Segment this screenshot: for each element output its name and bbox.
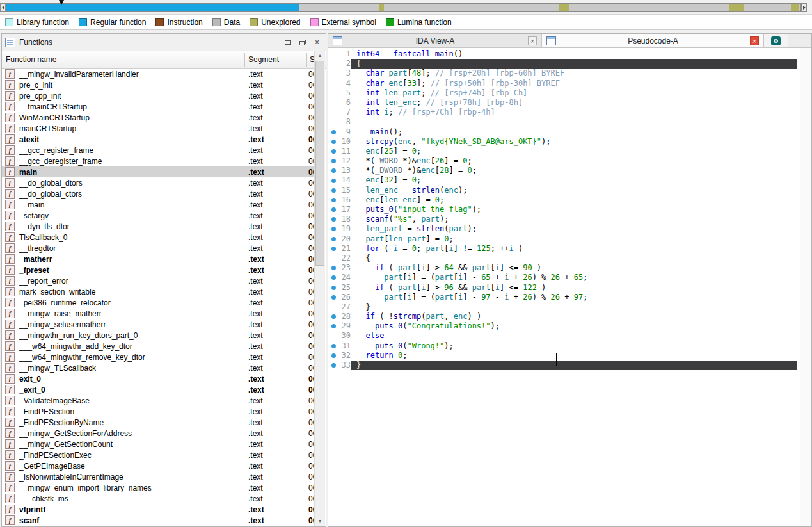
breakpoint-dot-icon[interactable] (331, 140, 336, 144)
function-name[interactable]: mark_section_writable (19, 288, 248, 296)
scroll-down-icon[interactable]: ▼ (315, 516, 325, 526)
code-text[interactable]: strcpy(enc, "fkyd{YNek_SD_AB@ars_OKT}"); (351, 137, 797, 147)
breakpoint-dot-icon[interactable] (331, 130, 336, 134)
breakpoint-gutter-cell[interactable] (328, 98, 338, 108)
navband-segment-unexplored-4[interactable] (791, 4, 799, 12)
function-name[interactable]: __gcc_deregister_frame (19, 157, 248, 166)
function-row[interactable]: fpre_c_init.text00 (2, 79, 315, 90)
function-name[interactable]: __do_global_dtors (19, 179, 248, 188)
navband-scroll-right-button[interactable] (801, 3, 807, 12)
function-name[interactable]: WinMainCRTStartup (19, 113, 248, 122)
function-name[interactable]: __do_global_ctors (19, 190, 248, 199)
code-line[interactable]: 22 { (328, 254, 800, 263)
code-line[interactable]: 17 puts_0("input the flag"); (328, 205, 800, 215)
function-row[interactable]: f_fpreset.text00 (2, 264, 315, 275)
breakpoint-dot-icon[interactable] (331, 353, 336, 358)
code-text[interactable]: int i; // [rsp+7Ch] [rbp-4h] (351, 108, 797, 117)
code-line[interactable]: 24 part[i] = (part[i] - 65 + i + 26) % 2… (328, 273, 800, 282)
function-row[interactable]: fpre_cpp_init.text00 (2, 90, 315, 101)
function-name[interactable]: __mingw_setusermatherr (19, 320, 248, 329)
function-name[interactable]: __mingw_enum_import_library_names (19, 483, 248, 492)
breakpoint-dot-icon[interactable] (331, 314, 336, 319)
navband-segment-unexplored-2[interactable] (559, 4, 569, 12)
code-line[interactable]: 19 len_part = strlen(part); (328, 224, 800, 234)
code-line[interactable]: 10 strcpy(enc, "fkyd{YNek_SD_AB@ars_OKT}… (328, 137, 800, 147)
navband-segment-unexplored-3[interactable] (729, 4, 744, 12)
function-name[interactable]: _exit_0 (19, 385, 248, 394)
function-row[interactable]: fWinMainCRTStartup.text00 (2, 112, 315, 123)
breakpoint-gutter-cell[interactable] (328, 49, 338, 59)
code-line[interactable]: 26 part[i] = (part[i] - 97 - i + 26) % 2… (328, 293, 800, 302)
code-text[interactable]: puts_0("Wrong!"); (351, 341, 797, 351)
function-row[interactable]: f__mingwthr_run_key_dtors_part_0.text00 (2, 330, 315, 341)
function-row[interactable]: f_setargv.text00 (2, 210, 315, 221)
code-text[interactable]: for ( i = 0; part[i] != 125; ++i ) (351, 244, 797, 254)
function-name[interactable]: _fpreset (19, 266, 248, 275)
function-row[interactable]: f__gcc_register_frame.text00 (2, 145, 315, 156)
function-row[interactable]: fexit_0.text00 (2, 373, 315, 384)
function-row[interactable]: f__do_global_ctors.text00 (2, 188, 315, 199)
function-name[interactable]: __mingw_raise_matherr (19, 309, 248, 318)
code-line[interactable]: 1int64 __fastcall main() (328, 49, 800, 59)
function-row[interactable]: fmainCRTStartup.text00 (2, 123, 315, 134)
code-text[interactable]: int len_part; // [rsp+74h] [rbp-Ch] (351, 88, 797, 98)
breakpoint-dot-icon[interactable] (331, 188, 336, 193)
function-row[interactable]: fscanf.text00 (2, 515, 315, 526)
code-text[interactable]: if ( !strcmp(part, enc) ) (351, 312, 797, 321)
breakpoint-dot-icon[interactable] (331, 149, 336, 154)
function-row[interactable]: fmark_section_writable.text00 (2, 286, 315, 297)
code-text[interactable]: } (351, 361, 797, 370)
breakpoint-dot-icon[interactable] (331, 168, 336, 173)
breakpoint-gutter-cell[interactable] (328, 293, 338, 302)
function-row[interactable]: f__mingw_TLScallback.text00 (2, 362, 315, 373)
navband-position-marker[interactable] (59, 0, 64, 5)
code-line[interactable]: 12 *(_WORD *)&enc[26] = 0; (328, 156, 800, 166)
function-name[interactable]: __mingw_invalidParameterHandler (19, 70, 248, 79)
breakpoint-gutter-cell[interactable] (328, 108, 338, 117)
breakpoint-dot-icon[interactable] (331, 198, 336, 202)
breakpoint-dot-icon[interactable] (331, 217, 336, 222)
breakpoint-gutter-cell[interactable] (328, 234, 338, 244)
code-line[interactable]: 8 (328, 117, 800, 127)
breakpoint-dot-icon[interactable] (331, 227, 336, 231)
code-line[interactable]: 18 scanf("%s", part); (328, 215, 800, 224)
column-separator[interactable] (306, 53, 307, 67)
code-text[interactable]: puts_0("Congratulations!"); (351, 321, 797, 331)
function-row[interactable]: f__dyn_tls_dtor.text00 (2, 221, 315, 232)
code-line[interactable]: 6 int len_enc; // [rsp+78h] [rbp-8h] (328, 98, 800, 108)
function-row[interactable]: fvfprintf.text00 (2, 504, 315, 515)
function-row[interactable]: f__tlregdtor.text00 (2, 243, 315, 254)
function-row[interactable]: f__do_global_dtors.text00 (2, 177, 315, 188)
breakpoint-gutter-cell[interactable] (328, 79, 338, 88)
breakpoint-dot-icon[interactable] (331, 295, 336, 300)
code-text[interactable]: part[i] = (part[i] - 97 - i + 26) % 26 +… (351, 293, 797, 302)
functions-column-header[interactable]: Function name Segment S (2, 51, 326, 69)
code-line[interactable]: 7 int i; // [rsp+7Ch] [rbp-4h] (328, 108, 800, 117)
function-row[interactable]: f___chkstk_ms.text00 (2, 493, 315, 504)
navband-segment-unexplored-1[interactable] (379, 4, 384, 12)
function-row[interactable]: f_GetPEImageBase.text00 (2, 460, 315, 471)
function-name[interactable]: _setargv (19, 211, 248, 220)
code-line[interactable]: 13 *(_DWORD *)&enc[28] = 0; (328, 166, 800, 175)
breakpoint-gutter-cell[interactable] (328, 321, 338, 331)
breakpoint-gutter-cell[interactable] (328, 166, 338, 175)
function-name[interactable]: _IsNonwritableInCurrentImage (19, 473, 248, 482)
function-name[interactable]: __tlregdtor (19, 244, 248, 253)
breakpoint-dot-icon[interactable] (331, 159, 336, 163)
breakpoint-gutter-cell[interactable] (328, 302, 338, 312)
breakpoint-gutter-cell[interactable] (328, 351, 338, 361)
code-text[interactable]: else (351, 331, 797, 341)
function-row[interactable]: f_FindPESectionExec.text00 (2, 450, 315, 460)
breakpoint-dot-icon[interactable] (331, 363, 336, 368)
breakpoint-gutter-cell[interactable] (328, 312, 338, 321)
function-row[interactable]: fTlsCallback_0.text00 (2, 232, 315, 243)
function-name[interactable]: ___w64_mingwthr_remove_key_dtor (19, 353, 248, 362)
function-name[interactable]: _GetPEImageBase (19, 462, 248, 471)
pseudocode-scrollbar[interactable] (800, 48, 811, 526)
code-text[interactable]: *(_WORD *)&enc[26] = 0; (351, 156, 797, 166)
function-name[interactable]: ___chkstk_ms (19, 494, 248, 503)
code-line[interactable]: 28 if ( !strcmp(part, enc) ) (328, 312, 800, 321)
code-line[interactable]: 25 if ( part[i] > 96 && part[i] <= 122 ) (328, 283, 800, 293)
column-header-function-name[interactable]: Function name (6, 55, 56, 64)
code-text[interactable]: len_part = strlen(part); (351, 224, 797, 234)
